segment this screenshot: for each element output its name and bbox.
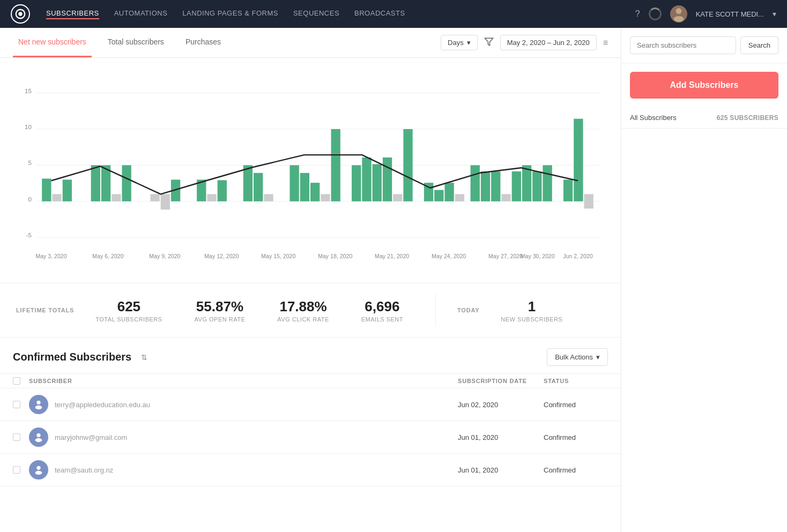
search-button[interactable]: Search <box>740 36 778 54</box>
avg-click-stat: 17.88% AVG CLICK RATE <box>277 298 329 323</box>
chart-container: 15 10 5 0 -5 <box>0 58 621 283</box>
tab-purchases[interactable]: Purchases <box>180 28 226 57</box>
svg-point-3 <box>673 16 684 22</box>
total-subscribers-label: TOTAL SUBSCRIBERS <box>95 316 162 323</box>
stats-bar: LIFETIME TOTALS 625 TOTAL SUBSCRIBERS 55… <box>0 283 621 338</box>
tab-net-new[interactable]: Net new subscribers <box>13 28 92 57</box>
subscription-date-3: Jun 01, 2020 <box>458 466 544 474</box>
svg-rect-21 <box>122 165 131 201</box>
svg-text:May 18, 2020: May 18, 2020 <box>318 253 352 259</box>
search-input[interactable] <box>630 36 736 54</box>
svg-rect-32 <box>300 173 309 201</box>
table-title: Confirmed Subscribers <box>13 351 131 363</box>
all-subscribers-count: 625 SUBSCRIBERS <box>717 114 778 122</box>
subscriber-email-2[interactable]: maryjohnw@gmail.com <box>55 433 458 441</box>
svg-rect-30 <box>264 194 273 201</box>
svg-rect-52 <box>532 171 541 201</box>
divider <box>435 294 436 326</box>
row-checkbox-3[interactable] <box>13 466 29 474</box>
svg-rect-54 <box>563 179 573 201</box>
tabs-controls: Days ▾ May 2, 2020 – Jun 2, 2020 ≡ <box>441 35 608 50</box>
svg-rect-17 <box>63 179 72 201</box>
tab-total[interactable]: Total subscribers <box>102 28 169 57</box>
new-subs-value: 1 <box>501 298 562 315</box>
svg-text:0: 0 <box>28 196 31 203</box>
nav-sequences[interactable]: SEQUENCES <box>293 9 339 19</box>
svg-rect-27 <box>218 180 227 201</box>
svg-rect-39 <box>383 158 392 201</box>
table-row: terry@applededucation.edu.au Jun 02, 202… <box>0 388 621 421</box>
svg-text:10: 10 <box>25 124 32 130</box>
avg-open-label: AVG OPEN RATE <box>195 316 246 323</box>
all-subscribers-label[interactable]: All Subscribers <box>630 114 677 122</box>
today-label: TODAY <box>457 307 479 313</box>
add-subscribers-button[interactable]: Add Subscribers <box>630 72 778 99</box>
table-row: team@sauti.org.nz Jun 01, 2020 Confirmed <box>0 454 621 486</box>
avatar[interactable] <box>670 5 687 23</box>
days-dropdown[interactable]: Days ▾ <box>441 35 478 50</box>
select-all-checkbox[interactable] <box>13 377 29 385</box>
svg-rect-23 <box>161 194 170 209</box>
new-subs-label: NEW SUBSCRIBERS <box>501 316 562 323</box>
svg-rect-47 <box>481 171 490 201</box>
svg-text:May 9, 2020: May 9, 2020 <box>149 253 180 259</box>
emails-sent-value: 6,696 <box>361 298 403 315</box>
total-subscribers-value: 625 <box>95 298 162 315</box>
nav-automations[interactable]: AUTOMATIONS <box>114 9 168 19</box>
svg-marker-4 <box>485 38 493 46</box>
row-checkbox-2[interactable] <box>13 433 29 441</box>
table-col-headers: SUBSCRIBER SUBSCRIPTION DATE STATUS <box>0 373 621 388</box>
svg-text:5: 5 <box>28 160 31 166</box>
bulk-actions-button[interactable]: Bulk Actions ▾ <box>547 348 608 366</box>
total-subscribers-stat: 625 TOTAL SUBSCRIBERS <box>95 298 162 323</box>
user-menu[interactable]: KATE SCOTT MEDI... <box>696 10 764 18</box>
svg-text:15: 15 <box>25 88 32 94</box>
date-range-options[interactable]: ≡ <box>603 38 608 48</box>
svg-rect-45 <box>455 194 464 201</box>
svg-rect-56 <box>584 194 593 208</box>
svg-point-2 <box>675 8 681 14</box>
main-wrapper: Net new subscribers Total subscribers Pu… <box>0 28 787 532</box>
svg-rect-29 <box>254 173 263 201</box>
subscriber-email-1[interactable]: terry@applededucation.edu.au <box>55 401 458 409</box>
svg-rect-34 <box>321 194 330 201</box>
svg-text:May 12, 2020: May 12, 2020 <box>204 253 239 259</box>
user-chevron[interactable]: ▾ <box>773 10 776 18</box>
subscriber-email-3[interactable]: team@sauti.org.nz <box>55 466 458 474</box>
filter-button[interactable] <box>484 37 494 49</box>
table-section: Confirmed Subscribers ⇅ Bulk Actions ▾ S… <box>0 338 621 497</box>
sort-arrows[interactable]: ⇅ <box>141 353 147 362</box>
emails-sent-stat: 6,696 EMAILS SENT <box>361 298 403 323</box>
svg-point-73 <box>35 471 42 475</box>
subscriber-avatar-1 <box>29 395 48 414</box>
svg-rect-46 <box>471 165 480 201</box>
date-range-picker[interactable]: May 2, 2020 – Jun 2, 2020 <box>500 35 597 50</box>
status-badge-1: Confirmed <box>544 401 608 409</box>
svg-point-68 <box>36 401 40 404</box>
svg-point-1 <box>18 12 22 16</box>
svg-rect-31 <box>289 165 299 201</box>
app-logo[interactable] <box>11 4 30 24</box>
new-subscribers-stat: 1 NEW SUBSCRIBERS <box>501 298 562 323</box>
bar-chart: 15 10 5 0 -5 <box>16 69 605 272</box>
subscriber-avatar-2 <box>29 428 48 447</box>
nav-landing-pages[interactable]: LANDING PAGES & FORMS <box>182 9 278 19</box>
svg-rect-53 <box>543 165 552 201</box>
svg-point-70 <box>36 433 40 437</box>
svg-rect-36 <box>352 165 361 201</box>
svg-text:May 27, 2020: May 27, 2020 <box>488 253 523 259</box>
nav-subscribers[interactable]: SUBSCRIBERS <box>46 9 99 19</box>
emails-sent-label: EMAILS SENT <box>361 316 403 323</box>
help-icon[interactable]: ? <box>635 9 640 19</box>
subscription-date-1: Jun 02, 2020 <box>458 401 544 409</box>
svg-rect-22 <box>150 194 159 201</box>
nav-broadcasts[interactable]: BROADCASTS <box>354 9 405 19</box>
avg-click-label: AVG CLICK RATE <box>277 316 329 323</box>
subscriber-avatar-3 <box>29 460 48 479</box>
table-header-row: Confirmed Subscribers ⇅ Bulk Actions ▾ <box>0 348 621 373</box>
col-date-header: SUBSCRIPTION DATE <box>458 378 544 384</box>
col-status-header: STATUS <box>544 378 608 384</box>
row-checkbox-1[interactable] <box>13 401 29 408</box>
svg-rect-50 <box>512 171 521 201</box>
svg-rect-20 <box>112 194 121 201</box>
